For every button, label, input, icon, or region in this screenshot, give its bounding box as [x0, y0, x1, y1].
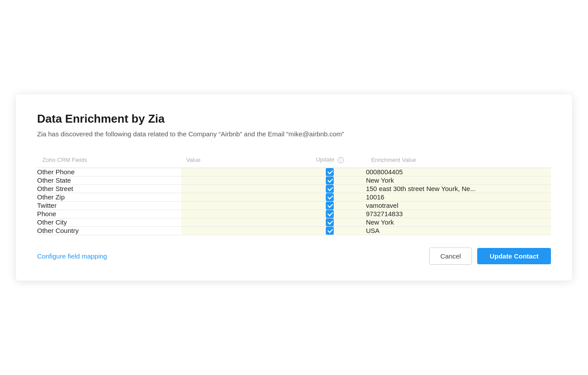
- table-row: Phone 9732714833: [37, 210, 551, 218]
- field-name-cell: Other City: [37, 218, 181, 226]
- value-cell: [181, 218, 294, 226]
- dialog-subtitle: Zia has discovered the following data re…: [37, 130, 551, 138]
- update-checkbox[interactable]: [326, 210, 334, 218]
- table-row: Other State New York: [37, 176, 551, 184]
- update-checkbox-cell[interactable]: [294, 168, 366, 176]
- value-cell: [181, 201, 294, 210]
- table-header-row: Zoho CRM Fields Value Update i Enrichmen…: [37, 152, 551, 168]
- table-row: Other Country USA: [37, 226, 551, 235]
- field-name-cell: Other Country: [37, 226, 181, 235]
- header-enrichment: Enrichment Value: [366, 152, 551, 168]
- cancel-button[interactable]: Cancel: [429, 248, 472, 265]
- update-checkbox[interactable]: [326, 185, 334, 193]
- table-row: Other Zip 10016: [37, 193, 551, 201]
- update-contact-button[interactable]: Update Contact: [477, 248, 551, 264]
- value-cell: [181, 168, 294, 176]
- table-row: Other Street 150 east 30th street New Yo…: [37, 184, 551, 193]
- checkbox-wrapper[interactable]: [294, 193, 366, 201]
- update-checkbox[interactable]: [326, 227, 334, 235]
- field-name-cell: Twitter: [37, 201, 181, 210]
- field-name-cell: Phone: [37, 210, 181, 218]
- field-name-cell: Other Street: [37, 184, 181, 193]
- update-checkbox-cell[interactable]: [294, 226, 366, 235]
- checkbox-wrapper[interactable]: [294, 218, 366, 226]
- data-enrichment-dialog: Data Enrichment by Zia Zia has discovere…: [16, 94, 572, 281]
- enrichment-value-cell: New York: [366, 218, 551, 226]
- enrichment-table: Zoho CRM Fields Value Update i Enrichmen…: [37, 152, 551, 235]
- checkbox-wrapper[interactable]: [294, 168, 366, 176]
- footer-buttons: Cancel Update Contact: [429, 248, 551, 265]
- enrichment-value-cell: 10016: [366, 193, 551, 201]
- update-checkbox[interactable]: [326, 193, 334, 201]
- header-update: Update i: [294, 152, 366, 168]
- field-name-cell: Other Zip: [37, 193, 181, 201]
- checkbox-wrapper[interactable]: [294, 185, 366, 193]
- header-value: Value: [181, 152, 294, 168]
- update-info-icon: i: [338, 157, 344, 163]
- header-field: Zoho CRM Fields: [37, 152, 181, 168]
- enrichment-value-cell: USA: [366, 226, 551, 235]
- enrichment-value-cell: New York: [366, 176, 551, 184]
- configure-field-mapping-link[interactable]: Configure field mapping: [37, 252, 107, 260]
- value-cell: [181, 210, 294, 218]
- value-cell: [181, 184, 294, 193]
- enrichment-value-cell: 0008004405: [366, 168, 551, 176]
- update-checkbox-cell[interactable]: [294, 201, 366, 210]
- table-row: Other City New York: [37, 218, 551, 226]
- field-name-cell: Other Phone: [37, 168, 181, 176]
- update-checkbox-cell[interactable]: [294, 193, 366, 201]
- update-checkbox[interactable]: [326, 176, 334, 184]
- update-checkbox-cell[interactable]: [294, 184, 366, 193]
- checkbox-wrapper[interactable]: [294, 227, 366, 235]
- checkbox-wrapper[interactable]: [294, 176, 366, 184]
- table-row: Other Phone 0008004405: [37, 168, 551, 176]
- update-checkbox-cell[interactable]: [294, 210, 366, 218]
- checkbox-wrapper[interactable]: [294, 202, 366, 210]
- value-cell: [181, 176, 294, 184]
- update-checkbox-cell[interactable]: [294, 176, 366, 184]
- update-checkbox[interactable]: [326, 218, 334, 226]
- field-name-cell: Other State: [37, 176, 181, 184]
- value-cell: [181, 226, 294, 235]
- enrichment-value-cell: 150 east 30th street New Yourk, Ne...: [366, 184, 551, 193]
- value-cell: [181, 193, 294, 201]
- table-row: Twitter vamotravel: [37, 201, 551, 210]
- dialog-footer: Configure field mapping Cancel Update Co…: [37, 248, 551, 265]
- enrichment-value-cell: vamotravel: [366, 201, 551, 210]
- dialog-title: Data Enrichment by Zia: [37, 112, 551, 126]
- enrichment-value-cell: 9732714833: [366, 210, 551, 218]
- checkbox-wrapper[interactable]: [294, 210, 366, 218]
- update-checkbox-cell[interactable]: [294, 218, 366, 226]
- update-checkbox[interactable]: [326, 202, 334, 210]
- update-checkbox[interactable]: [326, 168, 334, 176]
